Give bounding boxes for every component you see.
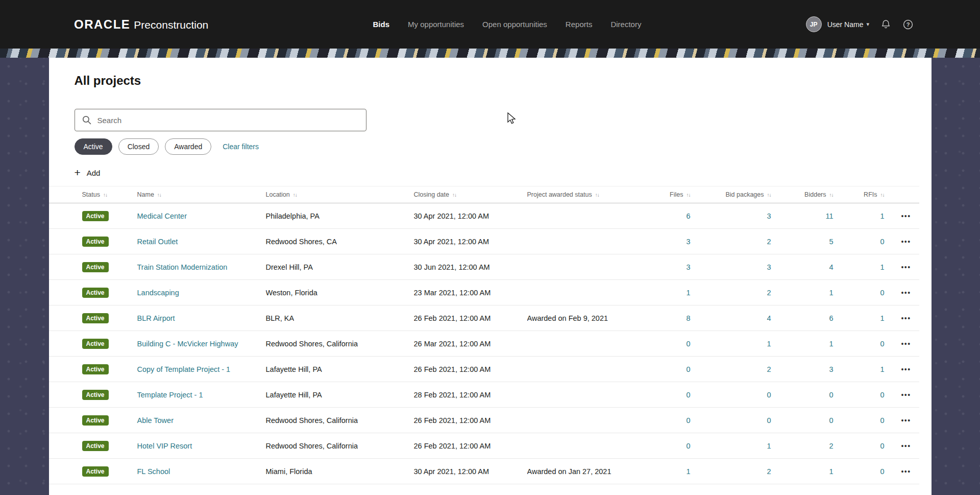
bidders-count-link[interactable]: 0 <box>829 416 833 425</box>
sort-bid-packages-icon[interactable]: ↑↓ <box>767 192 771 198</box>
project-name-link[interactable]: Hotel VIP Resort <box>137 442 192 450</box>
sort-awarded-status-icon[interactable]: ↑↓ <box>595 192 599 198</box>
files-count-link[interactable]: 3 <box>686 238 690 246</box>
bid-packages-count-link[interactable]: 2 <box>767 289 771 297</box>
sort-status-icon[interactable]: ↑↓ <box>103 192 107 198</box>
row-actions-button[interactable]: ••• <box>899 261 913 273</box>
sort-closing-date-icon[interactable]: ↑↓ <box>452 192 456 198</box>
rfis-count-link[interactable]: 0 <box>880 442 884 450</box>
table-row: ActiveAble TowerRedwood Shores, Californ… <box>49 408 919 433</box>
nav-my-opportunities[interactable]: My opportunities <box>408 20 464 29</box>
sort-location-icon[interactable]: ↑↓ <box>293 192 297 198</box>
bid-packages-count-link[interactable]: 0 <box>767 416 771 425</box>
row-actions-button[interactable]: ••• <box>899 389 913 401</box>
row-actions-button[interactable]: ••• <box>899 465 913 478</box>
bid-packages-count-link[interactable]: 1 <box>767 340 771 348</box>
project-name-link[interactable]: Template Project - 1 <box>137 391 203 399</box>
project-name-link[interactable]: Medical Center <box>137 212 187 220</box>
row-actions-button[interactable]: ••• <box>899 287 913 299</box>
row-actions-button[interactable]: ••• <box>899 210 913 222</box>
rfis-count-link[interactable]: 1 <box>880 365 884 373</box>
files-count-link[interactable]: 1 <box>686 289 690 297</box>
bid-packages-count-link[interactable]: 2 <box>767 365 771 373</box>
bid-packages-count-link[interactable]: 3 <box>767 263 771 271</box>
sort-rfis-icon[interactable]: ↑↓ <box>880 192 885 198</box>
status-cell: Active <box>49 364 128 374</box>
bidders-count-link[interactable]: 4 <box>829 263 833 271</box>
files-count-link[interactable]: 0 <box>686 340 690 348</box>
files-count-link[interactable]: 0 <box>686 365 690 373</box>
files-count-link[interactable]: 8 <box>686 314 690 322</box>
project-name-link[interactable]: Able Tower <box>137 416 174 425</box>
bidders-count-link[interactable]: 1 <box>829 467 833 476</box>
bidders-count-link[interactable]: 2 <box>829 442 833 450</box>
clear-filters-link[interactable]: Clear filters <box>223 143 259 151</box>
nav-open-opportunities[interactable]: Open opportunities <box>482 20 547 29</box>
closing-date-cell: 23 Mar 2021, 12:00 AM <box>405 289 518 297</box>
rfis-count-link[interactable]: 0 <box>880 467 884 476</box>
user-menu[interactable]: User Name ▾ <box>827 20 869 29</box>
sort-bidders-icon[interactable]: ↑↓ <box>829 192 834 198</box>
nav-bids[interactable]: Bids <box>373 20 390 29</box>
project-name-link[interactable]: Retail Outlet <box>137 238 178 246</box>
bidders-count-link[interactable]: 6 <box>829 314 833 322</box>
filter-chip-awarded[interactable]: Awarded <box>165 138 211 155</box>
table-row: ActiveCopy of Template Project - 1Lafaye… <box>49 357 919 382</box>
bid-packages-count-link[interactable]: 0 <box>767 391 771 399</box>
files-count-link[interactable]: 0 <box>686 416 690 425</box>
rfis-count-link[interactable]: 0 <box>880 340 884 348</box>
row-actions-button[interactable]: ••• <box>899 414 913 427</box>
project-name-link[interactable]: Building C - McVicker Highway <box>137 340 238 348</box>
project-name-link[interactable]: BLR Airport <box>137 314 175 322</box>
bidders-count-link[interactable]: 0 <box>829 391 833 399</box>
bidders-count-link[interactable]: 11 <box>825 212 833 220</box>
filter-chip-active[interactable]: Active <box>75 138 112 155</box>
name-cell: Able Tower <box>128 416 257 425</box>
row-actions-button[interactable]: ••• <box>899 363 913 375</box>
rfis-count-link[interactable]: 1 <box>880 212 884 220</box>
bid-packages-count-link[interactable]: 2 <box>767 467 771 476</box>
rfis-count-link[interactable]: 1 <box>880 314 884 322</box>
name-cell: Template Project - 1 <box>128 391 257 399</box>
closing-date-cell: 26 Feb 2021, 12:00 AM <box>405 365 518 373</box>
row-actions-button[interactable]: ••• <box>899 338 913 350</box>
search-input[interactable] <box>75 109 366 131</box>
notifications-bell-icon[interactable] <box>880 19 891 30</box>
help-icon[interactable]: ? <box>902 19 914 30</box>
bidders-cell: 2 <box>780 442 842 450</box>
nav-directory[interactable]: Directory <box>610 20 641 29</box>
actions-cell: ••• <box>893 312 919 324</box>
files-count-link[interactable]: 0 <box>686 391 690 399</box>
files-count-link[interactable]: 1 <box>686 467 690 476</box>
avatar[interactable]: JP <box>806 16 822 32</box>
bidders-count-link[interactable]: 5 <box>829 238 833 246</box>
files-count-link[interactable]: 0 <box>686 442 690 450</box>
files-count-link[interactable]: 6 <box>686 212 690 220</box>
project-name-link[interactable]: Train Station Modernization <box>137 263 228 271</box>
bid-packages-count-link[interactable]: 4 <box>767 314 771 322</box>
rfis-count-link[interactable]: 0 <box>880 238 884 246</box>
sort-name-icon[interactable]: ↑↓ <box>157 192 161 198</box>
filter-chip-closed[interactable]: Closed <box>118 138 159 155</box>
rfis-count-link[interactable]: 1 <box>880 263 884 271</box>
row-actions-button[interactable]: ••• <box>899 235 913 248</box>
rfis-count-link[interactable]: 0 <box>880 416 884 425</box>
bid-packages-count-link[interactable]: 1 <box>767 442 771 450</box>
bid-packages-count-link[interactable]: 3 <box>767 212 771 220</box>
nav-reports[interactable]: Reports <box>566 20 593 29</box>
row-actions-button[interactable]: ••• <box>899 312 913 324</box>
add-button[interactable]: + Add <box>75 168 101 178</box>
bid-packages-count-link[interactable]: 2 <box>767 238 771 246</box>
sort-files-icon[interactable]: ↑↓ <box>687 192 691 198</box>
project-name-link[interactable]: Copy of Template Project - 1 <box>137 365 231 373</box>
project-name-link[interactable]: FL School <box>137 467 170 476</box>
rfis-count-link[interactable]: 0 <box>880 289 884 297</box>
bidders-count-link[interactable]: 1 <box>829 289 833 297</box>
files-count-link[interactable]: 3 <box>686 263 690 271</box>
row-actions-button[interactable]: ••• <box>899 440 913 452</box>
bidders-count-link[interactable]: 3 <box>829 365 833 373</box>
bidders-count-link[interactable]: 1 <box>829 340 833 348</box>
location-cell: Drexel Hill, PA <box>257 263 405 271</box>
project-name-link[interactable]: Landscaping <box>137 289 179 297</box>
rfis-count-link[interactable]: 0 <box>880 391 884 399</box>
